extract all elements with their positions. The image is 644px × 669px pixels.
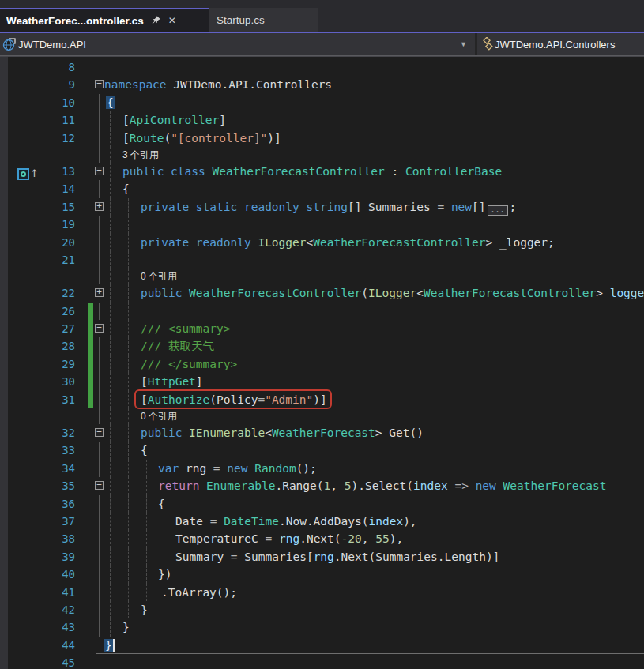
code-text[interactable]: [Route("[controller]")] — [104, 130, 644, 147]
code-text[interactable]: [HttpGet] — [104, 373, 644, 390]
code-text[interactable]: } — [104, 618, 644, 636]
code-text[interactable]: Date = DateTime.Now.AddDays(index), — [104, 513, 644, 530]
code-text[interactable]: public WeatherForecastController(ILogger… — [104, 284, 644, 302]
outlining-margin[interactable]: − — [94, 163, 104, 180]
outlining-margin[interactable] — [94, 391, 104, 408]
glyph-margin[interactable] — [0, 234, 43, 251]
outlining-margin[interactable]: − — [94, 424, 104, 442]
glyph-margin[interactable] — [0, 94, 43, 111]
outlining-margin[interactable] — [94, 566, 104, 583]
outlining-margin[interactable]: + — [94, 284, 104, 302]
outlining-margin[interactable] — [94, 584, 104, 601]
code-text[interactable]: 3 个引用 — [104, 147, 644, 163]
glyph-margin[interactable] — [0, 618, 43, 636]
tab-startup[interactable]: Startup.cs — [209, 8, 318, 32]
outlining-margin[interactable]: − — [94, 477, 104, 494]
code-text[interactable]: 0 个引用 — [104, 408, 644, 424]
fold-expand-icon[interactable]: + — [95, 202, 104, 211]
code-text[interactable]: /// </summary> — [104, 355, 644, 373]
code-text[interactable]: 0 个引用 — [104, 269, 644, 284]
glyph-margin[interactable] — [0, 58, 43, 76]
code-text[interactable]: public class WeatherForecastController :… — [104, 163, 644, 180]
code-text[interactable]: TemperatureC = rng.Next(-20, 55), — [104, 530, 644, 547]
glyph-margin[interactable] — [0, 584, 43, 601]
glyph-margin[interactable] — [0, 601, 43, 618]
outlining-margin[interactable] — [94, 269, 104, 284]
collapsed-region-toggle[interactable]: ... — [488, 205, 508, 216]
glyph-margin[interactable] — [0, 111, 43, 129]
glyph-margin[interactable] — [0, 460, 43, 477]
glyph-margin[interactable] — [0, 76, 43, 93]
outlining-margin[interactable] — [94, 654, 104, 669]
fold-collapse-icon[interactable]: − — [95, 324, 104, 333]
glyph-margin[interactable] — [0, 530, 43, 547]
code-text[interactable]: { — [104, 94, 644, 111]
outlining-margin[interactable] — [94, 58, 104, 76]
outlining-margin[interactable] — [94, 513, 104, 530]
glyph-margin[interactable] — [0, 198, 43, 216]
glyph-margin[interactable] — [0, 424, 43, 442]
glyph-margin[interactable] — [0, 513, 43, 530]
glyph-margin[interactable] — [0, 251, 43, 269]
glyph-margin[interactable] — [0, 216, 43, 233]
code-text[interactable]: { — [104, 442, 644, 459]
outlining-margin[interactable] — [94, 130, 104, 147]
glyph-margin[interactable] — [0, 130, 43, 147]
code-text[interactable]: private static readonly string[] Summari… — [104, 198, 644, 216]
code-text[interactable]: var rng = new Random(); — [104, 460, 644, 477]
glyph-margin[interactable] — [0, 442, 43, 459]
glyph-margin[interactable] — [0, 180, 43, 197]
code-text[interactable] — [104, 216, 644, 233]
outlining-margin[interactable] — [94, 303, 104, 320]
code-text[interactable]: private readonly ILogger<WeatherForecast… — [104, 234, 644, 251]
glyph-margin[interactable] — [0, 284, 43, 302]
outlining-margin[interactable] — [94, 442, 104, 459]
glyph-margin[interactable] — [0, 391, 43, 408]
project-dropdown[interactable]: JWTDemo.API ▼ — [0, 33, 477, 55]
code-text[interactable]: } — [104, 637, 644, 654]
glyph-margin[interactable]: ↑ — [0, 163, 43, 180]
outlining-margin[interactable] — [94, 618, 104, 636]
glyph-margin[interactable] — [0, 654, 43, 669]
outlining-margin[interactable] — [94, 637, 104, 654]
outlining-margin[interactable]: − — [94, 320, 104, 337]
outlining-margin[interactable] — [94, 495, 104, 513]
glyph-margin[interactable] — [0, 477, 43, 494]
code-text[interactable] — [104, 58, 644, 76]
code-text[interactable] — [104, 251, 644, 269]
fold-expand-icon[interactable]: + — [95, 288, 104, 297]
outlining-margin[interactable]: + — [94, 198, 104, 216]
code-text[interactable]: }) — [104, 566, 644, 583]
glyph-margin[interactable] — [0, 269, 43, 284]
glyph-margin[interactable] — [0, 373, 43, 390]
glyph-margin[interactable] — [0, 303, 43, 320]
glyph-margin[interactable] — [0, 147, 43, 163]
outlining-margin[interactable] — [94, 234, 104, 251]
outlining-margin[interactable] — [94, 601, 104, 618]
glyph-margin[interactable] — [0, 566, 43, 583]
code-text[interactable]: Summary = Summaries[rng.Next(Summaries.L… — [104, 548, 644, 566]
outlining-margin[interactable] — [94, 373, 104, 390]
outlining-margin[interactable] — [94, 111, 104, 129]
glyph-margin[interactable] — [0, 320, 43, 337]
code-text[interactable]: { — [104, 180, 644, 197]
fold-collapse-icon[interactable]: − — [95, 428, 104, 437]
close-icon[interactable]: ✕ — [168, 16, 176, 25]
outlining-margin[interactable] — [94, 337, 104, 355]
code-text[interactable]: [Authorize(Policy="Admin")] — [104, 391, 644, 408]
outlining-margin[interactable] — [94, 548, 104, 566]
code-text[interactable]: /// <summary> — [104, 320, 644, 337]
outlining-margin[interactable] — [94, 94, 104, 111]
fold-collapse-icon[interactable]: − — [95, 481, 104, 490]
tab-weatherforecastcontroller[interactable]: WeatherForec...ontroller.cs ✕ — [0, 8, 209, 32]
glyph-margin[interactable] — [0, 408, 43, 424]
glyph-margin[interactable] — [0, 355, 43, 373]
outlining-margin[interactable] — [94, 460, 104, 477]
outlining-margin[interactable] — [94, 355, 104, 373]
code-editor[interactable]: 89−namespace JWTDemo.API.Controllers10{1… — [0, 57, 644, 669]
outlining-margin[interactable] — [94, 408, 104, 424]
outlining-margin[interactable] — [94, 216, 104, 233]
code-text[interactable]: public IEnumerable<WeatherForecast> Get(… — [104, 424, 644, 442]
code-text[interactable]: /// 获取天气 — [104, 337, 644, 355]
code-text[interactable] — [104, 654, 644, 669]
